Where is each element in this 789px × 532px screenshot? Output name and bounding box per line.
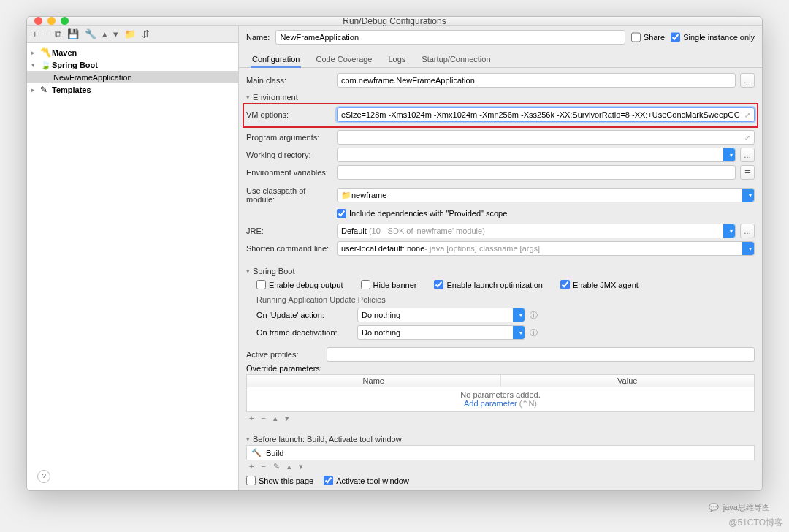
titlebar: Run/Debug Configurations — [27, 17, 762, 26]
wechat-icon: 💬 — [709, 503, 719, 512]
credit-text: @51CTO博客 — [728, 517, 783, 529]
add-icon[interactable]: + — [249, 462, 254, 471]
wrench-icon[interactable]: 🔧 — [83, 28, 99, 39]
tab-logs[interactable]: Logs — [387, 52, 408, 67]
run-config-dialog: Run/Debug Configurations + − ⧉ 💾 🔧 ▴ ▾ 📁… — [26, 16, 763, 491]
jre-label: JRE: — [246, 227, 332, 235]
browse-working-dir-button[interactable]: … — [740, 148, 755, 162]
folder-icon[interactable]: 📁 — [122, 28, 138, 39]
remove-icon[interactable]: − — [261, 414, 265, 423]
before-launch-item[interactable]: 🔨Build — [246, 445, 755, 460]
tree-item-newframeapplication[interactable]: NewFrameApplication — [27, 71, 238, 83]
add-icon[interactable]: + — [249, 414, 254, 423]
working-dir-label: Working directory: — [246, 151, 332, 159]
down-icon[interactable]: ▾ — [299, 462, 303, 471]
shorten-select[interactable]: user-local default: none - java [options… — [337, 241, 755, 256]
down-icon[interactable]: ▾ — [285, 414, 289, 423]
env-var-input[interactable] — [337, 165, 736, 180]
program-args-input[interactable]: ⤢ — [337, 130, 755, 145]
copy-icon[interactable]: ⧉ — [53, 28, 64, 40]
down-icon[interactable]: ▾ — [111, 28, 121, 39]
include-provided-checkbox[interactable]: Include dependencies with "Provided" sco… — [337, 209, 507, 218]
tree-item-maven[interactable]: ▸〽️Maven — [27, 46, 238, 58]
active-profiles-input[interactable] — [327, 347, 755, 362]
classpath-select[interactable]: 📁 newframe▾ — [337, 188, 755, 202]
add-icon[interactable]: + — [30, 28, 40, 39]
expand-icon[interactable]: ⤢ — [744, 134, 750, 142]
program-args-label: Program arguments: — [246, 133, 332, 142]
override-table-body: No parameters added. Add parameter (⌃N) — [246, 387, 755, 412]
classpath-label: Use classpath of module: — [246, 186, 332, 204]
on-frame-label: On frame deactivation: — [256, 328, 353, 337]
enable-launch-checkbox[interactable]: Enable launch optimization — [434, 280, 542, 289]
override-label: Override parameters: — [246, 364, 755, 373]
expand-icon[interactable]: ⤢ — [744, 111, 750, 119]
show-page-checkbox[interactable]: Show this page — [246, 476, 313, 485]
param-toolbar: +−▴▾ — [246, 412, 755, 425]
remove-icon[interactable]: − — [261, 462, 265, 471]
browse-main-class-button[interactable]: … — [740, 73, 755, 88]
name-input[interactable] — [275, 30, 625, 45]
up-icon[interactable]: ▴ — [287, 462, 291, 471]
remove-icon[interactable]: − — [42, 28, 52, 39]
vm-options-input[interactable]: eSize=128m -Xms1024m -Xmx1024m -Xmn256m … — [337, 107, 755, 122]
help-button[interactable]: ? — [37, 470, 50, 483]
main-class-input[interactable]: com.newframe.NewFrameApplication — [337, 73, 736, 88]
before-launch-section[interactable]: Before launch: Build, Activate tool wind… — [246, 435, 755, 444]
collapse-icon[interactable]: ⇵ — [140, 28, 152, 39]
config-panel: Name: Share Single instance only Configu… — [239, 26, 762, 491]
window-title: Run/Debug Configurations — [27, 16, 762, 26]
share-checkbox[interactable]: Share — [631, 30, 665, 45]
active-profiles-label: Active profiles: — [246, 350, 322, 359]
jre-select[interactable]: Default (10 - SDK of 'newframe' module)▾ — [337, 224, 736, 238]
tree-item-spring-boot[interactable]: ▾🍃Spring Boot — [27, 58, 238, 71]
browse-jre-button[interactable]: … — [740, 224, 755, 238]
policies-label: Running Application Update Policies — [246, 295, 755, 304]
spring-boot-section[interactable]: Spring Boot — [246, 267, 755, 276]
override-table-header: NameValue — [246, 374, 755, 387]
shorten-label: Shorten command line: — [246, 244, 332, 253]
up-icon[interactable]: ▴ — [100, 28, 110, 39]
hide-banner-checkbox[interactable]: Hide banner — [361, 280, 417, 289]
before-launch-toolbar: +−✎▴▾ — [246, 460, 755, 473]
browse-env-var-button[interactable]: ☰ — [740, 165, 755, 180]
environment-section[interactable]: Environment — [246, 93, 755, 102]
on-update-select[interactable]: Do nothing▾ — [357, 308, 525, 322]
activate-tool-window-checkbox[interactable]: Activate tool window — [324, 476, 409, 485]
save-icon[interactable]: 💾 — [65, 28, 81, 39]
tree-item-templates[interactable]: ▸✎Templates — [27, 83, 238, 96]
tab-configuration[interactable]: Configuration — [251, 52, 301, 68]
enable-debug-checkbox[interactable]: Enable debug output — [256, 280, 343, 289]
up-icon[interactable]: ▴ — [273, 414, 278, 423]
tab-code-coverage[interactable]: Code Coverage — [314, 52, 373, 67]
on-frame-select[interactable]: Do nothing▾ — [357, 325, 525, 340]
hammer-icon: 🔨 — [251, 448, 262, 457]
on-update-label: On 'Update' action: — [256, 311, 353, 319]
sidebar-toolbar: + − ⧉ 💾 🔧 ▴ ▾ 📁 ⇵ — [27, 26, 238, 43]
add-parameter-link[interactable]: Add parameter — [464, 399, 517, 408]
main-class-label: Main class: — [246, 76, 332, 85]
sidebar: + − ⧉ 💾 🔧 ▴ ▾ 📁 ⇵ ▸〽️Maven ▾🍃Spring Boot… — [27, 26, 239, 491]
single-instance-checkbox[interactable]: Single instance only — [671, 30, 755, 45]
enable-jmx-checkbox[interactable]: Enable JMX agent — [560, 280, 639, 289]
config-tree: ▸〽️Maven ▾🍃Spring Boot NewFrameApplicati… — [27, 43, 238, 491]
working-dir-input[interactable]: ▾ — [337, 148, 736, 162]
edit-icon[interactable]: ✎ — [273, 462, 280, 471]
vm-options-label: VM options: — [246, 110, 332, 119]
vm-options-highlight: VM options: eSize=128m -Xms1024m -Xmx102… — [243, 103, 758, 128]
tab-bar: Configuration Code Coverage Logs Startup… — [239, 49, 762, 68]
help-icon[interactable]: ⓘ — [530, 310, 538, 321]
name-label: Name: — [246, 33, 270, 42]
env-var-label: Environment variables: — [246, 168, 332, 177]
help-icon[interactable]: ⓘ — [530, 327, 538, 338]
tab-startup-connection[interactable]: Startup/Connection — [420, 52, 492, 67]
watermark: 💬java思维导图 — [709, 502, 770, 513]
